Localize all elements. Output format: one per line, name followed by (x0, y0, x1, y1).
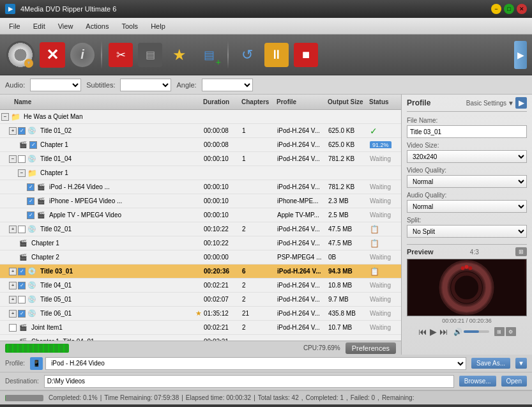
pause-button[interactable]: ⏸ (263, 42, 290, 68)
panel-nav-button[interactable]: ▶ (515, 97, 527, 109)
video-size-select[interactable]: 320x240 (407, 150, 527, 163)
file-name: Apple TV - MPEG4 Video (47, 211, 202, 219)
browse-button[interactable]: Browse... (459, 376, 496, 387)
prev-skip-button[interactable]: ⏮ (418, 326, 427, 337)
col-output-size[interactable]: Output Size (325, 98, 367, 105)
separator3: | (254, 394, 255, 401)
table-row[interactable]: − 💿 Title 01_04 00:00:10 1 iPod-H.264 V.… (0, 152, 401, 166)
preview-controls[interactable]: ⏮ ▶ ⏭ 🔊 ⊞ ⚙ (407, 326, 527, 337)
film-edit-button[interactable]: ▤ (137, 42, 163, 68)
row-checkbox[interactable] (18, 155, 26, 163)
row-checkbox[interactable] (18, 268, 26, 275)
audio-quality-select[interactable]: Normal (407, 200, 527, 213)
preview-size-button[interactable]: ⊞ (515, 247, 527, 256)
save-arrow-button[interactable]: ▼ (515, 358, 527, 369)
expand-button[interactable]: − (9, 155, 17, 163)
table-row[interactable]: + 💿 Title 05_01 00:02:07 2 iPod-H.264 V.… (0, 293, 401, 307)
table-row[interactable]: + 💿 Title 01_02 00:00:08 1 iPod-H.264 V.… (0, 124, 401, 138)
expand-button[interactable]: + (9, 296, 17, 303)
maximize-button[interactable]: □ (504, 4, 514, 14)
play-button[interactable]: ▶ (430, 326, 437, 337)
size-cell: 10.7 MB (326, 324, 368, 331)
table-row[interactable]: 🎬 Apple TV - MPEG4 Video 00:00:10 Apple … (0, 208, 401, 222)
file-name-input[interactable] (407, 125, 527, 138)
info-button[interactable]: i (69, 42, 96, 68)
row-checkbox[interactable] (27, 183, 34, 191)
close-button[interactable]: ✕ (517, 4, 527, 14)
table-row[interactable]: + 💿 Title 03_01 00:20:36 6 iPod-H.264 V.… (0, 265, 401, 279)
stop-button[interactable]: ■ (293, 42, 319, 68)
menu-bar: File Edit View Actions Tools Help (0, 18, 532, 35)
file-list[interactable]: − 📁 He Was a Quiet Man + 💿 Title 01_02 (0, 110, 401, 341)
row-checkbox[interactable] (9, 324, 17, 332)
menu-tools[interactable]: Tools (115, 21, 144, 31)
row-checkbox[interactable] (18, 310, 26, 318)
table-row[interactable]: 🎬 Chapter 1 00:00:08 iPod-H.264 V... 625… (0, 138, 401, 152)
rip-button[interactable]: ✕ (38, 41, 66, 69)
menu-help[interactable]: Help (144, 21, 172, 31)
expand-button[interactable]: + (9, 268, 17, 275)
audio-label: Audio: (5, 81, 25, 89)
video-quality-select[interactable]: Normal (407, 175, 527, 188)
effects-button[interactable]: ★ (166, 42, 193, 68)
destination-label: Destination: (5, 378, 39, 385)
save-as-button[interactable]: Save As... (471, 358, 510, 369)
menu-actions[interactable]: Actions (79, 21, 115, 31)
open-button[interactable]: Open (501, 376, 527, 387)
row-checkbox[interactable] (18, 127, 26, 135)
table-row[interactable]: + 💿 Title 02_01 00:10:22 2 iPod-H.264 V.… (0, 222, 401, 236)
col-profile[interactable]: Profile (274, 98, 325, 105)
split-select[interactable]: No Split (407, 225, 527, 238)
table-row[interactable]: − 📁 Chapter 1 (0, 166, 401, 180)
preferences-button[interactable]: Preferences (346, 342, 396, 354)
basic-settings-button[interactable]: Basic Settings ▼ ▶ (466, 97, 527, 109)
volume-slider[interactable] (464, 330, 489, 333)
table-row[interactable]: 🎬 iPhone - MPEG4 Video ... 00:00:10 iPho… (0, 194, 401, 208)
add-film-button[interactable]: ▤ + (195, 42, 222, 68)
row-checkbox[interactable] (27, 197, 34, 205)
expand-button[interactable]: − (1, 113, 9, 121)
profile-select[interactable]: iPod - H.264 Video (45, 357, 466, 370)
table-row[interactable]: 🎬 Chapter 1_Title 04_01... 00:02:21 (0, 335, 401, 341)
row-checkbox[interactable] (27, 211, 34, 219)
menu-file[interactable]: File (3, 21, 27, 31)
expand-button[interactable]: + (9, 127, 17, 135)
expand-button[interactable]: + (9, 226, 17, 233)
dvd-button[interactable]: ▼ (5, 40, 36, 70)
table-row[interactable]: 🎬 iPod - H.264 Video ... 00:00:10 iPod-H… (0, 180, 401, 194)
col-status[interactable]: Status (367, 98, 399, 105)
menu-edit[interactable]: Edit (27, 21, 52, 31)
col-duration[interactable]: Duration (201, 98, 239, 105)
audio-visualizer (5, 344, 69, 353)
row-checkbox[interactable] (18, 282, 26, 289)
audio-select[interactable] (30, 79, 81, 91)
destination-input[interactable] (44, 375, 454, 388)
expand-button[interactable]: + (9, 310, 17, 318)
zoom-button[interactable]: ⊞ (494, 327, 505, 336)
settings-icon-button[interactable]: ⚙ (506, 327, 516, 336)
next-skip-button[interactable]: ⏭ (439, 326, 448, 337)
table-row[interactable]: + 💿 Title 06_01 ★ 01:35:12 21 iPod-H.264… (0, 307, 401, 321)
scissors-icon: ✂ (109, 43, 133, 67)
table-row[interactable]: − 📁 He Was a Quiet Man (0, 110, 401, 124)
nav-arrow-button[interactable]: ▶ (514, 41, 527, 69)
table-row[interactable]: + 💿 Title 04_01 00:02:21 2 iPod-H.264 V.… (0, 279, 401, 293)
table-row[interactable]: 🎬 Joint Item1 00:02:21 2 iPod-H.264 V...… (0, 321, 401, 335)
table-row[interactable]: 🎬 Chapter 2 00:00:00 PSP-MPEG4 ... 0B Wa… (0, 250, 401, 265)
minimize-button[interactable]: − (491, 4, 501, 14)
row-checkbox[interactable] (18, 296, 26, 303)
row-checkbox[interactable] (29, 141, 37, 149)
duration-cell: 00:02:07 (202, 296, 240, 303)
menu-view[interactable]: View (52, 21, 80, 31)
table-row[interactable]: 🎬 Chapter 1 00:10:22 iPod-H.264 V... 47.… (0, 236, 401, 250)
subtitles-select[interactable] (120, 79, 171, 91)
row-checkbox[interactable] (18, 226, 26, 233)
scissors-button[interactable]: ✂ (107, 42, 134, 68)
expand-button[interactable]: + (9, 282, 17, 289)
col-chapters[interactable]: Chapters (239, 98, 274, 105)
status-cell: 📋 (368, 225, 400, 234)
refresh-button[interactable]: ↺ (234, 42, 261, 68)
angle-select[interactable] (202, 79, 253, 91)
expand-button[interactable]: − (18, 169, 26, 177)
col-name[interactable]: Name (11, 98, 192, 105)
